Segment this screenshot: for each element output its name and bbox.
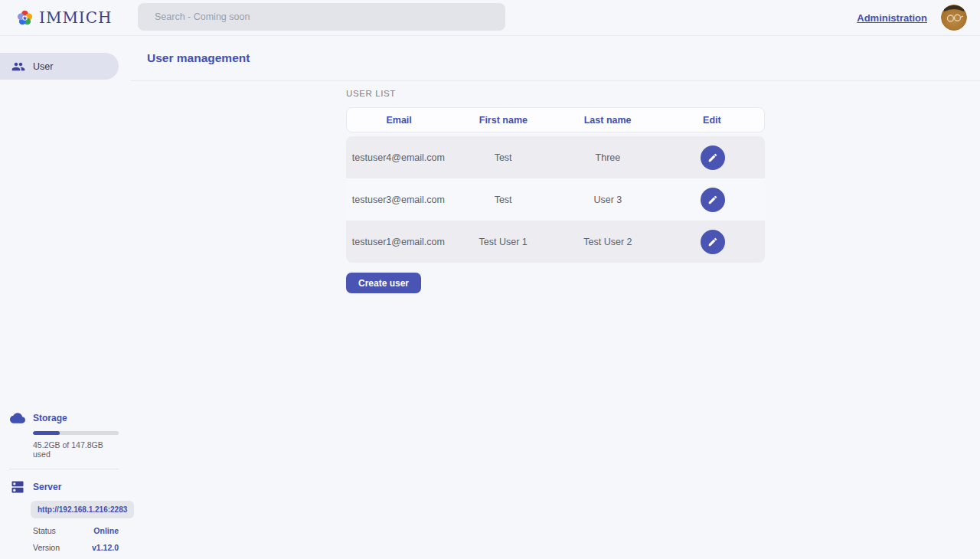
table-row: testuser3@email.com Test User 3 [346, 178, 765, 221]
server-status-row: Status Online [33, 526, 119, 535]
pencil-icon [707, 237, 718, 247]
storage-title: Storage [33, 413, 67, 423]
status-value: Online [93, 526, 119, 535]
server-url-chip: http://192.168.1.216:2283 [31, 501, 134, 518]
status-label: Status [33, 526, 56, 535]
version-value: v1.12.0 [92, 543, 119, 552]
immich-logo-icon [16, 9, 34, 27]
storage-progress-fill [33, 431, 60, 435]
cell-first-name: Test [451, 195, 556, 205]
brand: IMMICH [16, 8, 113, 27]
sidebar-divider [9, 469, 119, 469]
pencil-icon [707, 195, 718, 205]
cell-last-name: User 3 [556, 195, 661, 205]
user-table-header: Email First name Last name Edit [346, 107, 765, 132]
cell-email: testuser3@email.com [346, 195, 451, 205]
cell-first-name: Test [451, 152, 556, 163]
cell-email: testuser1@email.com [346, 237, 451, 247]
column-header-edit: Edit [660, 115, 764, 126]
storage-progress-bar [33, 431, 119, 435]
table-row: testuser4@email.com Test Three [346, 136, 765, 178]
pencil-icon [707, 152, 718, 163]
page-title: User management [147, 51, 250, 65]
edit-user-button[interactable] [701, 188, 725, 212]
version-label: Version [33, 543, 60, 552]
table-row: testuser1@email.com Test User 1 Test Use… [346, 221, 765, 263]
app-header: IMMICH Administration [0, 0, 980, 36]
create-user-button[interactable]: Create user [346, 273, 421, 293]
sidebar-bottom: Storage 45.2GB of 147.8GB used Server [0, 410, 131, 552]
search-input[interactable] [138, 3, 505, 31]
column-header-first-name: First name [451, 115, 555, 126]
server-icon [10, 479, 25, 495]
server-panel: Server http://192.168.1.216:2283 Status … [0, 479, 131, 552]
user-list-heading: USER LIST [346, 89, 765, 101]
cell-last-name: Test User 2 [556, 237, 661, 247]
server-title: Server [33, 482, 61, 492]
page-header: User management [131, 36, 980, 81]
column-header-last-name: Last name [556, 115, 660, 126]
users-icon [11, 60, 25, 74]
edit-user-button[interactable] [701, 230, 725, 254]
sidebar-item-user[interactable]: User [0, 53, 119, 80]
sidebar-item-label: User [33, 61, 53, 72]
header-right: Administration [857, 5, 967, 31]
user-table-rows: testuser4@email.com Test Three te [346, 136, 765, 263]
cloud-icon [10, 410, 25, 426]
page-body: User Storage 45.2GB of 147.8GB used [0, 36, 980, 559]
avatar[interactable] [941, 5, 967, 31]
edit-user-button[interactable] [701, 145, 725, 170]
sidebar: User Storage 45.2GB of 147.8GB used [0, 36, 131, 559]
storage-panel: Storage 45.2GB of 147.8GB used [0, 410, 131, 459]
immich-admin-app: IMMICH Administration [0, 0, 980, 559]
column-header-email: Email [347, 115, 451, 126]
cell-last-name: Three [556, 152, 661, 163]
cell-first-name: Test User 1 [451, 237, 556, 247]
main-content: User management USER LIST Email First na… [131, 36, 980, 559]
brand-wordmark: IMMICH [39, 8, 113, 27]
cell-email: testuser4@email.com [346, 152, 451, 163]
storage-usage-text: 45.2GB of 147.8GB used [33, 440, 119, 459]
administration-link[interactable]: Administration [857, 12, 927, 24]
server-version-row: Version v1.12.0 [33, 543, 119, 552]
